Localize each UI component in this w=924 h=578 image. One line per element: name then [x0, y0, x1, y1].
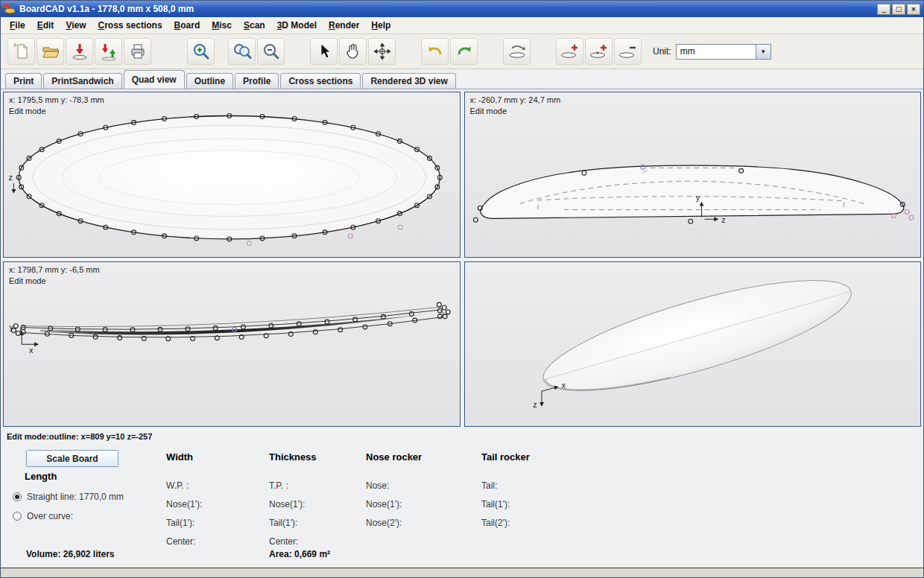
menu-render[interactable]: Render [323, 18, 365, 33]
zoom-out-icon [262, 42, 281, 61]
control-point[interactable] [16, 331, 20, 335]
save-button[interactable] [66, 38, 93, 65]
unit-combobox-value[interactable]: mm [676, 44, 756, 60]
control-point[interactable] [398, 225, 402, 229]
thickness-tp-label: T.P. : [269, 477, 317, 495]
tail-rocker-tail2-label: Tail(2'): [481, 514, 530, 533]
new-document-button[interactable] [7, 38, 35, 65]
outline-coords: x: 1795,5 mm y: -78,3 mm [9, 95, 104, 106]
thickness-header: Thickness [269, 451, 317, 477]
add-guide-point-button[interactable] [585, 38, 613, 65]
nose-rocker-nose-label: Nose: [366, 477, 422, 495]
dimensions-panel: Scale Board Length Straight line: 1770,0… [1, 444, 923, 568]
chevron-down-icon[interactable]: ▼ [756, 44, 771, 60]
width-column: Width W.P. : Nose(1'): Tail(1'): Center: [166, 451, 202, 551]
area-value: Area: 0,669 m² [269, 549, 330, 559]
zoom-in-button[interactable] [187, 38, 215, 65]
view-tabs: Print PrintSandwich Quad view Outline Pr… [1, 69, 923, 89]
unit-label: Unit: [653, 46, 671, 57]
viewport-profile[interactable]: x: 1798,7 mm y: -6,5 mm Edit mode [3, 261, 461, 428]
close-button[interactable]: × [907, 4, 920, 15]
menu-misc[interactable]: Misc [206, 18, 238, 33]
menu-view[interactable]: View [60, 18, 92, 33]
tab-print[interactable]: Print [5, 73, 42, 89]
minimize-button[interactable]: _ [877, 4, 890, 15]
pan-tool-button[interactable] [339, 38, 367, 65]
menu-scan[interactable]: Scan [238, 18, 271, 33]
cross-section-curve[interactable] [480, 165, 903, 218]
control-point[interactable] [905, 210, 909, 215]
print-button[interactable] [124, 38, 151, 65]
control-point[interactable] [13, 323, 18, 328]
app-window: BoardCAD v1.1a - 1778,0 mm x 508,0 mm _ … [0, 0, 924, 578]
redo-icon [455, 42, 474, 61]
unit-combobox[interactable]: mm ▼ [676, 44, 771, 60]
outline-axis-z-label: z [9, 173, 13, 182]
board-3d[interactable] [534, 262, 860, 413]
control-point[interactable] [247, 241, 251, 246]
flip-board-button[interactable] [503, 38, 531, 65]
zoom-out-button[interactable] [257, 38, 285, 65]
control-point[interactable] [437, 302, 441, 307]
tail-rocker-header: Tail rocker [481, 451, 530, 477]
radio-selected-icon [13, 492, 22, 501]
remove-control-point-button[interactable] [614, 38, 642, 65]
width-wp-label: W.P. : [166, 477, 202, 495]
radio-unselected-icon [13, 512, 22, 521]
viewport-rendered-3d[interactable]: z x [464, 261, 922, 428]
control-point[interactable] [442, 305, 446, 310]
menu-file[interactable]: File [4, 18, 31, 33]
add-control-point-button[interactable] [556, 38, 583, 65]
radio-over-curve[interactable]: Over curve: [13, 506, 124, 526]
menu-board[interactable]: Board [168, 18, 206, 33]
scale-board-button[interactable]: Scale Board [26, 450, 118, 467]
control-point[interactable] [443, 314, 447, 318]
tab-outline[interactable]: Outline [186, 73, 233, 89]
control-point[interactable] [348, 234, 352, 238]
save-as-icon [99, 42, 118, 61]
menu-bar: File Edit View Cross sections Board Misc… [1, 17, 923, 34]
cross-section-mode: Edit mode [470, 106, 561, 117]
cross-section-coords: x: -260,7 mm y: 24,7 mm [470, 95, 561, 106]
profile-mode: Edit mode [9, 276, 100, 287]
radio-straight-line[interactable]: Straight line: 1770,0 mm [13, 487, 124, 506]
rendered-3d-canvas: z x [465, 262, 921, 427]
cross-section-canvas: y z [465, 92, 921, 257]
print-icon [128, 42, 148, 61]
menu-3d-model[interactable]: 3D Model [271, 18, 323, 33]
control-point[interactable] [909, 215, 914, 220]
viewport-outline[interactable]: x: 1795,5 mm y: -78,3 mm Edit mode [3, 92, 461, 258]
menu-edit[interactable]: Edit [31, 18, 60, 33]
control-point[interactable] [688, 219, 692, 223]
main-toolbar: Unit: mm ▼ [1, 34, 923, 69]
save-as-button[interactable] [95, 38, 122, 65]
nose-rocker-nose2-label: Nose(2'): [366, 514, 422, 533]
tab-profile[interactable]: Profile [235, 73, 279, 89]
redo-button[interactable] [450, 38, 478, 65]
control-point[interactable] [473, 217, 478, 222]
control-point[interactable] [446, 309, 450, 314]
tab-printsandwich[interactable]: PrintSandwich [43, 73, 121, 89]
undo-button[interactable] [421, 38, 449, 65]
title-bar: BoardCAD v1.1a - 1778,0 mm x 508,0 mm _ … [1, 1, 923, 17]
tab-rendered-3d-view[interactable]: Rendered 3D view [362, 73, 455, 89]
maximize-button[interactable]: □ [892, 4, 905, 15]
open-button[interactable] [37, 38, 64, 65]
tab-quad-view[interactable]: Quad view [124, 70, 185, 89]
render-axis-x-label: x [561, 381, 566, 390]
select-tool-button[interactable] [310, 38, 338, 65]
zoom-previous-button[interactable] [228, 38, 256, 65]
menu-help[interactable]: Help [365, 18, 396, 33]
undo-icon [425, 42, 445, 61]
width-nose1-label: Nose(1'): [166, 495, 202, 514]
menu-cross-sections[interactable]: Cross sections [92, 18, 168, 33]
tail-rocker-tail-label: Tail: [481, 477, 530, 495]
volume-value: Volume: 26,902 liters [26, 549, 115, 559]
rotate-view-button[interactable] [368, 38, 396, 65]
select-pointer-icon [314, 42, 334, 61]
viewport-cross-section[interactable]: x: -260,7 mm y: 24,7 mm Edit mode [464, 92, 922, 258]
length-header: Length [13, 471, 124, 487]
open-folder-icon [41, 42, 60, 61]
tab-cross-sections[interactable]: Cross sections [280, 73, 361, 89]
board-outline[interactable] [19, 116, 440, 239]
